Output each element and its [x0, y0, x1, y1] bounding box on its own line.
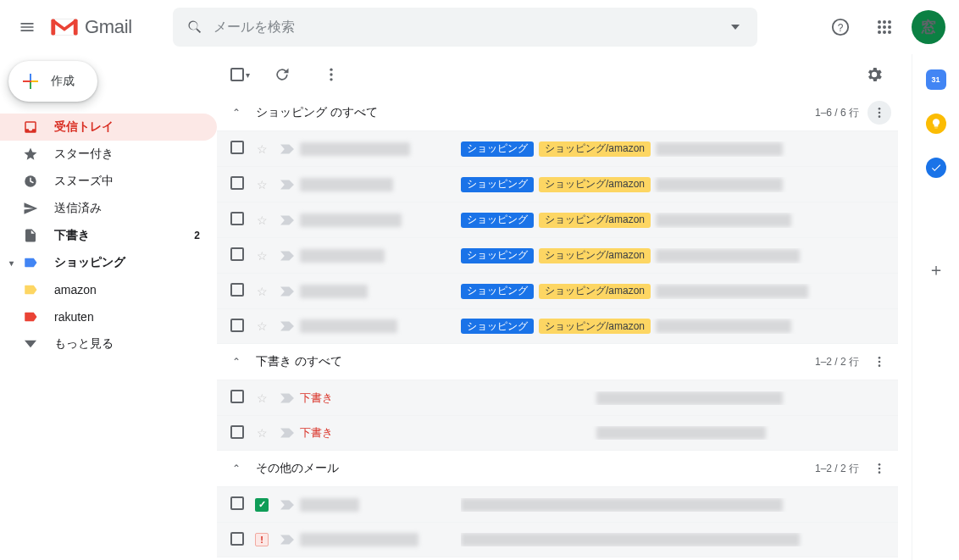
compose-button[interactable]: 作成: [8, 61, 97, 102]
clock-icon: [22, 173, 39, 190]
svg-text:?: ?: [838, 22, 844, 34]
star-button[interactable]: !: [249, 533, 274, 546]
label-chip[interactable]: ショッピング/amazon: [539, 141, 651, 157]
star-button[interactable]: ☆: [249, 319, 274, 333]
search-input[interactable]: [212, 19, 718, 36]
menu-button[interactable]: [7, 7, 47, 47]
section-header-other: ⌃ その他のメール 1–2 / 2 行: [217, 451, 898, 486]
caret-down-icon[interactable]: ▾: [5, 258, 17, 268]
row-checkbox[interactable]: [230, 319, 244, 332]
search-button[interactable]: [178, 19, 212, 36]
section-menu-button[interactable]: [868, 457, 891, 480]
select-all-checkbox[interactable]: ▾: [230, 68, 250, 81]
label-chip[interactable]: ショッピング: [461, 284, 534, 299]
importance-marker[interactable]: [274, 427, 300, 439]
account-avatar[interactable]: 窓: [912, 10, 945, 44]
star-button[interactable]: ☆: [249, 391, 274, 405]
more-vert-icon: [873, 106, 886, 119]
star-button[interactable]: ☆: [249, 178, 274, 191]
label-chip[interactable]: ショッピング/amazon: [539, 319, 651, 334]
importance-marker[interactable]: [274, 320, 300, 332]
row-checkbox[interactable]: [230, 141, 244, 154]
star-button[interactable]: ☆: [249, 213, 274, 227]
mail-row[interactable]: !: [217, 522, 898, 557]
compose-label: 作成: [51, 74, 75, 89]
section-menu-button[interactable]: [868, 350, 891, 374]
collapse-button[interactable]: ⌃: [232, 463, 249, 474]
search-bar[interactable]: [173, 8, 757, 47]
mail-row[interactable]: ☆ ショッピング ショッピング/amazon: [217, 273, 898, 308]
help-button[interactable]: ?: [823, 10, 857, 44]
label-chip[interactable]: ショッピング: [461, 141, 534, 157]
label-chip[interactable]: ショッピング/amazon: [539, 177, 651, 192]
plus-icon: [20, 71, 41, 91]
importance-marker[interactable]: [274, 392, 300, 404]
importance-marker[interactable]: [274, 179, 300, 191]
svg-point-13: [888, 30, 891, 34]
label-chip[interactable]: ショッピング/amazon: [539, 248, 651, 263]
importance-marker[interactable]: [274, 250, 300, 262]
mail-row[interactable]: ☆ ショッピング ショッピング/amazon: [217, 202, 898, 237]
label-chip[interactable]: ショッピング: [461, 248, 534, 263]
collapse-button[interactable]: ⌃: [232, 107, 249, 119]
mail-row[interactable]: ☆ ショッピング ショッピング/amazon: [217, 130, 898, 166]
sidebar-item-sent[interactable]: 送信済み: [0, 195, 217, 222]
sidebar-item-amazon[interactable]: amazon: [0, 276, 217, 303]
row-checkbox[interactable]: [230, 496, 244, 510]
gear-icon: [865, 65, 884, 84]
sidebar-item-label: 送信済み: [54, 201, 102, 216]
addons-button[interactable]: ＋: [926, 259, 946, 280]
mail-row[interactable]: ☆ ショッピング ショッピング/amazon: [217, 166, 898, 202]
importance-marker[interactable]: [274, 143, 300, 155]
importance-marker[interactable]: [274, 534, 300, 546]
brand[interactable]: Gmail: [47, 16, 132, 38]
sidebar-item-rakuten[interactable]: rakuten: [0, 303, 217, 330]
search-options-button[interactable]: [718, 23, 752, 31]
check-icon: [930, 162, 942, 174]
importance-marker[interactable]: [274, 286, 300, 297]
apps-button[interactable]: [868, 10, 901, 44]
mail-row[interactable]: ✓: [217, 486, 898, 522]
importance-marker[interactable]: [274, 214, 300, 226]
star-button[interactable]: ✓: [249, 498, 274, 512]
section-menu-button[interactable]: [868, 101, 891, 125]
sidebar-item-starred[interactable]: スター付き: [0, 141, 217, 168]
row-checkbox[interactable]: [230, 247, 244, 261]
sidebar-item-drafts[interactable]: 下書き 2: [0, 222, 217, 249]
sidebar-item-label: amazon: [54, 283, 97, 297]
caret-down-icon[interactable]: ▾: [246, 70, 250, 80]
label-chip[interactable]: ショッピング: [461, 319, 534, 334]
importance-marker[interactable]: [274, 499, 300, 511]
star-button[interactable]: ☆: [249, 142, 274, 156]
sidebar-item-snoozed[interactable]: スヌーズ中: [0, 168, 217, 195]
calendar-button[interactable]: 31: [926, 69, 946, 90]
row-checkbox[interactable]: [230, 532, 244, 546]
star-button[interactable]: ☆: [249, 285, 274, 298]
star-button[interactable]: ☆: [249, 249, 274, 263]
row-checkbox[interactable]: [230, 390, 244, 403]
sidebar-item-more[interactable]: もっと見る: [0, 330, 217, 358]
mail-row[interactable]: ☆ ショッピング ショッピング/amazon: [217, 237, 898, 273]
more-button[interactable]: [314, 58, 348, 91]
label-chip[interactable]: ショッピング: [461, 177, 534, 192]
label-chip[interactable]: ショッピング: [461, 213, 534, 228]
row-checkbox[interactable]: [230, 176, 244, 190]
refresh-button[interactable]: [265, 58, 299, 91]
label-chip[interactable]: ショッピング/amazon: [539, 213, 651, 228]
star-button[interactable]: ☆: [249, 426, 274, 440]
mail-row[interactable]: ☆ 下書き: [217, 415, 898, 451]
row-checkbox[interactable]: [230, 283, 244, 297]
settings-button[interactable]: [857, 58, 891, 91]
label-chip[interactable]: ショッピング/amazon: [539, 284, 651, 299]
tasks-button[interactable]: [926, 158, 946, 178]
mail-row[interactable]: ☆ ショッピング ショッピング/amazon: [217, 308, 898, 344]
sidebar-item-shopping[interactable]: ▾ ショッピング: [0, 249, 217, 276]
mail-row[interactable]: ☆ 下書き: [217, 380, 898, 415]
sidebar-item-inbox[interactable]: 受信トレイ: [0, 114, 217, 141]
file-icon: [22, 227, 39, 244]
collapse-button[interactable]: ⌃: [232, 356, 249, 368]
keep-button[interactable]: [926, 114, 946, 134]
label-icon: [22, 281, 39, 298]
row-checkbox[interactable]: [230, 425, 244, 439]
row-checkbox[interactable]: [230, 212, 244, 225]
